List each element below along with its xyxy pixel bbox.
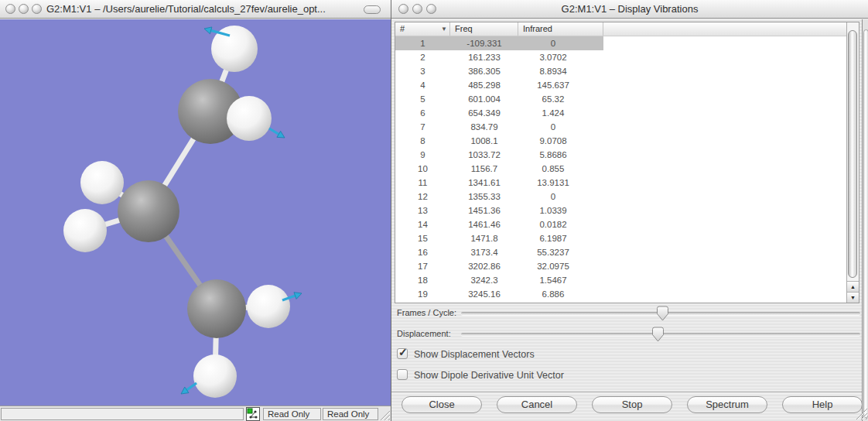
- vibrations-window-titlebar[interactable]: G2:M1:V1 – Display Vibrations: [391, 0, 868, 19]
- table-cell: 1033.72: [450, 148, 518, 162]
- table-cell: 19: [395, 287, 450, 301]
- toolbar-toggle-lozenge-icon[interactable]: [364, 5, 381, 14]
- table-cell: 9.0708: [518, 134, 603, 148]
- cancel-button[interactable]: Cancel: [497, 396, 577, 413]
- table-cell: 10: [395, 162, 450, 176]
- column-header-number[interactable]: # ▼: [395, 22, 450, 36]
- table-row[interactable]: 4485.298145.637: [395, 78, 603, 92]
- table-row[interactable]: 91033.725.8686: [395, 148, 603, 162]
- table-row[interactable]: 101156.70.855: [395, 162, 603, 176]
- table-row[interactable]: 81008.19.0708: [395, 134, 603, 148]
- table-cell: 1.424: [518, 106, 603, 120]
- table-cell: 65.32: [518, 92, 603, 106]
- column-header-freq[interactable]: Freq: [450, 22, 518, 36]
- status-read-only-2: Read Only: [323, 408, 378, 420]
- button-bar: CloseCancelStopSpectrumHelp: [391, 396, 868, 413]
- show-displacement-vectors-label: Show Displacement Vectors: [414, 349, 535, 360]
- carbon-atom[interactable]: [118, 180, 179, 242]
- table-row[interactable]: 163173.455.3237: [395, 245, 603, 259]
- molecule-3d-canvas[interactable]: [0, 19, 391, 406]
- close-button[interactable]: Close: [402, 396, 482, 413]
- table-row[interactable]: 121355.330: [395, 190, 603, 204]
- table-row[interactable]: 183242.31.5467: [395, 273, 603, 287]
- frames-per-cycle-thumb[interactable]: [656, 306, 669, 321]
- table-cell: 1461.46: [450, 217, 518, 231]
- table-cell: 12: [395, 190, 450, 204]
- displacement-slider-row: Displacement:: [391, 326, 868, 343]
- scroll-down-icon[interactable]: ▼: [847, 292, 859, 303]
- column-header-infrared[interactable]: Infrared: [518, 22, 603, 36]
- resize-grip-icon[interactable]: [378, 408, 390, 421]
- table-cell: 0: [518, 190, 603, 204]
- table-cell: 386.305: [450, 64, 518, 78]
- table-cell: 1156.7: [450, 162, 518, 176]
- window-minimize-button[interactable]: [19, 4, 29, 14]
- table-cell: 4: [395, 78, 450, 92]
- table-cell: 3173.4: [450, 245, 518, 259]
- hydrogen-atom[interactable]: [80, 161, 124, 204]
- vibration-table: # ▼ Freq Infrared 1-109.33102161.2333.07…: [395, 22, 859, 303]
- table-cell: 834.79: [450, 120, 518, 134]
- hydrogen-atom[interactable]: [63, 209, 107, 252]
- fragment-placement-icon[interactable]: [246, 407, 260, 421]
- table-cell: 1.5467: [518, 273, 603, 287]
- table-cell: 3245.16: [450, 287, 518, 301]
- sort-descending-icon[interactable]: ▼: [441, 22, 447, 36]
- window-zoom-button[interactable]: [32, 4, 42, 14]
- show-dipole-derivative-label: Show Dipole Derivative Unit Vector: [414, 370, 564, 381]
- table-row[interactable]: 141461.460.0182: [395, 217, 603, 231]
- table-cell: 5.8686: [518, 148, 603, 162]
- table-cell: 17: [395, 259, 450, 273]
- table-cell: 7: [395, 120, 450, 134]
- table-cell: 485.298: [450, 78, 518, 92]
- table-cell: 3: [395, 64, 450, 78]
- hydrogen-atom[interactable]: [193, 354, 237, 398]
- table-row[interactable]: 193245.166.886: [395, 287, 603, 301]
- molecule-window-titlebar[interactable]: G2:M1:V1 – /Users/aurelie/Tutorial/calcu…: [0, 0, 391, 19]
- table-row[interactable]: 3386.3058.8934: [395, 64, 603, 78]
- vertical-scrollbar[interactable]: ▲ ▼: [846, 22, 859, 303]
- table-row[interactable]: 173202.8632.0975: [395, 259, 603, 273]
- help-button[interactable]: Help: [782, 396, 863, 413]
- window-close-button[interactable]: [5, 4, 15, 14]
- table-cell: 5: [395, 92, 450, 106]
- molecule-svg: [0, 19, 391, 406]
- displacement-thumb[interactable]: [651, 327, 665, 342]
- table-cell: 6: [395, 106, 450, 120]
- show-displacement-vectors-checkbox[interactable]: ✓: [397, 348, 408, 359]
- table-cell: 18: [395, 273, 450, 287]
- table-row[interactable]: 2161.2333.0702: [395, 50, 603, 64]
- hydrogen-atom[interactable]: [247, 285, 290, 328]
- status-field-empty: [1, 408, 244, 420]
- table-row[interactable]: 1-109.3310: [395, 36, 603, 50]
- table-cell: 601.004: [450, 92, 518, 106]
- table-cell: 0.0182: [518, 217, 603, 231]
- spectrum-button[interactable]: Spectrum: [687, 396, 767, 413]
- table-row[interactable]: 131451.361.0339: [395, 204, 603, 217]
- resize-grip-icon[interactable]: [853, 406, 867, 420]
- molecule-window-statusbar: Read Only Read Only: [0, 406, 391, 421]
- table-cell: 3242.3: [450, 273, 518, 287]
- table-row[interactable]: 151471.86.1987: [395, 231, 603, 245]
- stop-button[interactable]: Stop: [592, 396, 672, 413]
- scroll-up-icon[interactable]: ▲: [847, 281, 859, 292]
- scrollbar-thumb[interactable]: [848, 30, 857, 278]
- table-row[interactable]: 7834.790: [395, 120, 603, 134]
- table-cell: 1451.36: [450, 204, 518, 217]
- hydrogen-atom[interactable]: [227, 96, 272, 141]
- table-cell: 9: [395, 148, 450, 162]
- table-row[interactable]: 5601.00465.32: [395, 92, 603, 106]
- frames-per-cycle-slider-row: Frames / Cycle:: [391, 305, 868, 322]
- table-row[interactable]: 6654.3491.424: [395, 106, 603, 120]
- table-cell: 6.886: [518, 287, 603, 301]
- carbon-atom[interactable]: [187, 279, 246, 338]
- table-cell: 0.855: [518, 162, 603, 176]
- table-cell: 1008.1: [450, 134, 518, 148]
- table-cell: 3.0702: [518, 50, 603, 64]
- show-dipole-derivative-checkbox[interactable]: ✓: [397, 369, 408, 380]
- table-cell: 55.3237: [518, 245, 603, 259]
- table-row[interactable]: 111341.6113.9131: [395, 176, 603, 190]
- table-cell: 13.9131: [518, 176, 603, 190]
- background-scrollbar-thumb: [863, 29, 868, 418]
- table-cell: 8: [395, 134, 450, 148]
